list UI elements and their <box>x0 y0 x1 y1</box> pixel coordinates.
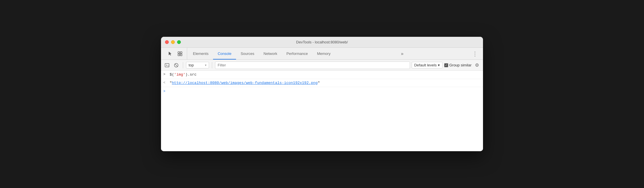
quote-close: " <box>318 81 320 85</box>
tab-sources[interactable]: Sources <box>236 48 259 60</box>
tab-elements[interactable]: Elements <box>188 48 213 60</box>
close-button[interactable] <box>165 40 169 44</box>
console-prompt-input[interactable] <box>170 88 481 94</box>
output-arrow: < <box>163 80 170 85</box>
console-prompt-row[interactable]: > <box>161 87 483 95</box>
filter-input[interactable] <box>215 62 410 69</box>
svg-rect-2 <box>178 54 180 56</box>
tab-console[interactable]: Console <box>213 48 236 60</box>
cursor-icon-button[interactable] <box>166 50 174 58</box>
gear-icon: ⚙ <box>475 62 479 68</box>
window-title: DevTools - localhost:8080/web/ <box>296 40 348 44</box>
console-input-expression: $('img').src <box>170 72 481 78</box>
tab-bar: Elements Console Sources Network Perform… <box>161 48 483 60</box>
traffic-lights <box>165 40 181 44</box>
clear-console-button[interactable] <box>172 62 180 69</box>
svg-line-7 <box>175 64 178 66</box>
levels-label: Default levels <box>414 63 437 67</box>
context-value: top <box>189 63 194 67</box>
maximize-button[interactable] <box>177 40 181 44</box>
expression-suffix: ).src <box>185 72 197 77</box>
console-output-value: "http://localhost:8080/web/images/web-fu… <box>170 80 481 86</box>
tab-performance[interactable]: Performance <box>282 48 312 60</box>
context-selector[interactable]: top ▾ <box>186 62 209 68</box>
tab-network[interactable]: Network <box>259 48 282 60</box>
console-row-output: < "http://localhost:8080/web/images/web-… <box>161 79 483 87</box>
context-arrow-icon: ▾ <box>205 64 206 67</box>
output-link[interactable]: http://localhost:8080/web/images/web-fun… <box>172 81 318 85</box>
svg-rect-3 <box>180 54 182 56</box>
svg-rect-1 <box>180 52 182 53</box>
group-similar-checkbox[interactable]: ✓ Group similar <box>444 63 471 67</box>
title-bar: DevTools - localhost:8080/web/ <box>161 37 483 48</box>
console-empty-space <box>161 95 483 118</box>
toolbar-divider-2 <box>212 62 212 68</box>
kebab-icon: ⋮ <box>472 50 478 57</box>
inspect-icon-button[interactable] <box>176 50 184 58</box>
group-similar-label: Group similar <box>449 63 471 67</box>
expression-prefix: $( <box>170 72 174 77</box>
tab-memory[interactable]: Memory <box>313 48 335 60</box>
kebab-menu-button[interactable]: ⋮ <box>469 48 481 60</box>
console-toolbar: top ▾ Default levels ▾ ✓ Group similar ⚙ <box>161 60 483 71</box>
prompt-arrow: > <box>163 89 170 93</box>
minimize-button[interactable] <box>171 40 175 44</box>
levels-arrow-icon: ▾ <box>438 63 440 67</box>
execute-context-button[interactable] <box>163 62 171 69</box>
chevron-right-icon: » <box>401 51 403 56</box>
console-area: > $('img').src < "http://localhost:8080/… <box>161 71 483 151</box>
tab-bar-icons <box>163 48 187 60</box>
devtools-window: DevTools - localhost:8080/web/ Elements <box>161 37 483 151</box>
console-settings-button[interactable]: ⚙ <box>473 62 481 69</box>
input-arrow: > <box>163 72 170 76</box>
more-tabs-button[interactable]: » <box>398 48 406 60</box>
console-row-input: > $('img').src <box>161 71 483 79</box>
checkbox-icon: ✓ <box>444 63 448 67</box>
svg-rect-0 <box>178 52 180 53</box>
log-levels-button[interactable]: Default levels ▾ <box>412 62 442 68</box>
toolbar-divider-1 <box>183 62 183 68</box>
expression-string: 'img' <box>174 72 185 77</box>
quote-open: " <box>170 81 172 85</box>
